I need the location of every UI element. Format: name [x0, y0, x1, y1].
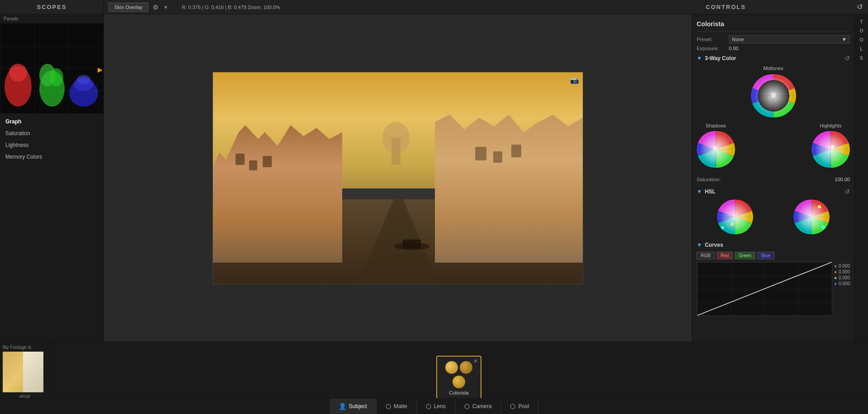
curves-blue-button[interactable]: Blue — [757, 252, 774, 259]
toolbar-lens-button[interactable]: ⬡ Lens — [417, 399, 455, 414]
preset-dropdown[interactable]: None ▼ — [729, 35, 850, 43]
bottom-section: My Footage Is sRGB ▶ Source ✕ Colorista — [0, 342, 868, 414]
subject-label: Subject — [349, 403, 367, 409]
highlights-wheel[interactable] — [811, 130, 850, 169]
tool-o2[interactable]: O — [859, 37, 863, 42]
scope-nav-arrow[interactable]: ▶ — [98, 66, 103, 73]
scope-grid — [0, 23, 104, 113]
svg-rect-10 — [249, 160, 257, 170]
node-balls-row1 — [445, 361, 472, 374]
hsl-reset-icon[interactable]: ↺ — [844, 188, 850, 195]
scope-menu: Graph Saturation Lightness Memory Colors — [0, 113, 104, 165]
skin-overlay-tab[interactable]: Skin Overlay — [108, 3, 148, 12]
matte-label: Matte — [394, 403, 407, 409]
curves-green-button[interactable]: Green — [735, 252, 755, 259]
curves-rgb-button[interactable]: RGB — [697, 252, 715, 259]
shadows-wheel[interactable] — [697, 130, 735, 169]
svg-rect-9 — [236, 154, 245, 165]
hsl-wheels-row — [697, 199, 850, 235]
footage-label: My Footage Is — [3, 345, 47, 350]
tool-t[interactable]: T — [860, 19, 863, 24]
toolbar-camera-button[interactable]: ⬡ Camera — [455, 399, 501, 414]
three-way-reset-icon[interactable]: ↺ — [844, 55, 850, 62]
curves-display[interactable] — [697, 262, 832, 316]
scope-menu-item-lightness[interactable]: Lightness — [0, 139, 104, 151]
curves-section: ▼ Curves RGB Red Green Blue — [697, 242, 850, 316]
reset-icon[interactable]: ↺ — [857, 3, 868, 11]
curve-value-row-blue: ● 0.000 — [834, 281, 850, 286]
video-frame: 📷 — [212, 72, 583, 284]
tool-o1[interactable]: O — [859, 28, 863, 33]
hsl-wheel-2-svg — [793, 199, 830, 235]
tool-s[interactable]: S — [860, 55, 863, 61]
post-icon: ⬡ — [510, 403, 515, 410]
exposure-label: Exposure: — [697, 46, 726, 51]
curve-value-row-rgb: ● 0.000 — [834, 263, 850, 268]
parade-breadcrumb: Parade — [0, 14, 104, 23]
toolbar-post-button[interactable]: ⬡ Post — [501, 399, 538, 414]
curves-red-button[interactable]: Red — [717, 252, 733, 259]
post-label: Post — [518, 403, 529, 409]
hsl-wheel-2[interactable] — [793, 199, 830, 235]
canal-overlay — [213, 72, 583, 284]
scopes-title: SCOPES — [0, 0, 104, 14]
curves-toggle-icon[interactable]: ▼ — [697, 242, 702, 248]
node-ball-2 — [460, 361, 472, 374]
curve-rgb-value: 0.000 — [839, 263, 850, 268]
scope-menu-item-memory-colors[interactable]: Memory Colors — [0, 151, 104, 163]
scope-display: ▶ — [0, 23, 104, 113]
svg-point-44 — [731, 223, 733, 226]
colorista-node[interactable]: ✕ Colorista — [436, 356, 481, 401]
tool-l[interactable]: L — [860, 46, 863, 52]
highlights-wheel-svg — [811, 130, 850, 169]
toolbar-subject-button[interactable]: 👤 Subject — [330, 399, 377, 414]
bottom-toolbar: 👤 Subject ⬡ Matte ⬡ Lens ⬡ Camera ⬡ Post — [0, 398, 868, 414]
footage-swatch — [3, 352, 43, 392]
shadows-highlights-row: Shadows — [697, 123, 850, 169]
curves-area: ● 0.000 ● 0.000 ● 0.000 ● 0.000 — [697, 262, 850, 316]
camera-icon[interactable]: 📷 — [570, 76, 579, 85]
three-way-section-header[interactable]: ▼ 3-Way Color ↺ — [697, 55, 850, 62]
left-panel: Parade ▶ Graph Saturation Lightnes — [0, 14, 104, 342]
top-bar: SCOPES Skin Overlay ⚙ ▼ R: 0.376 | G: 0.… — [0, 0, 868, 14]
curves-section-header[interactable]: ▼ Curves — [697, 242, 850, 248]
svg-rect-11 — [263, 156, 272, 167]
colorista-title: Colorista — [697, 20, 724, 28]
curves-title: Curves — [705, 242, 723, 248]
right-tools-panel: T O O L S — [854, 14, 868, 342]
saturation-row: Saturation: 100.00 — [697, 177, 850, 182]
video-content — [213, 72, 583, 284]
dropdown-arrow-icon[interactable]: ▼ — [163, 5, 168, 10]
subject-icon: 👤 — [339, 403, 346, 410]
node-label: Colorista — [449, 390, 468, 395]
svg-marker-8 — [358, 199, 439, 284]
svg-rect-16 — [392, 138, 401, 165]
svg-rect-13 — [493, 151, 502, 163]
color-info: R: 0.376 | G: 0.416 | B: 0.479 Zoom: 100… — [182, 5, 280, 10]
exposure-row: Exposure: 0.00 — [697, 46, 850, 51]
highlights-wheel-group: Highlights — [811, 123, 850, 169]
controls-label: CONTROLS — [706, 4, 746, 10]
svg-rect-12 — [475, 147, 486, 160]
lens-icon: ⬡ — [426, 403, 431, 410]
curves-controls: RGB Red Green Blue — [697, 252, 850, 259]
saturation-label: Saturation: — [697, 177, 832, 182]
color-wheels-container: Midtones — [697, 66, 850, 172]
svg-point-25 — [773, 94, 774, 96]
hsl-section-header[interactable]: ▼ HSL ↺ — [697, 188, 850, 195]
scope-menu-item-saturation[interactable]: Saturation — [0, 127, 104, 139]
main-content: Parade ▶ Graph Saturation Lightnes — [0, 14, 868, 342]
controls-title: CONTROLS ↺ — [705, 0, 868, 14]
highlights-label: Highlights — [820, 123, 841, 128]
scope-menu-item-graph[interactable]: Graph — [0, 116, 104, 127]
toolbar-matte-button[interactable]: ⬡ Matte — [377, 399, 417, 414]
right-panel: Colorista Preset: None ▼ Exposure: 0.00 … — [692, 14, 854, 342]
curve-value-row-red: ● 0.000 — [834, 269, 850, 274]
three-way-toggle-icon[interactable]: ▼ — [697, 55, 702, 61]
midtones-wheel[interactable] — [751, 73, 796, 118]
shadows-wheel-svg — [697, 130, 735, 169]
node-close-icon[interactable]: ✕ — [473, 358, 478, 364]
gear-icon[interactable]: ⚙ — [153, 4, 159, 11]
hsl-toggle-icon[interactable]: ▼ — [697, 188, 702, 195]
hsl-wheel-1[interactable] — [717, 199, 753, 235]
